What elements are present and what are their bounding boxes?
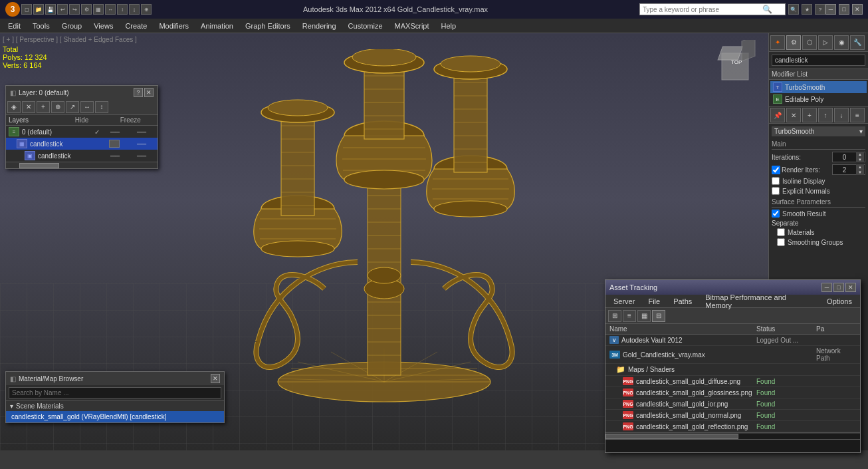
- search-bar[interactable]: 🔍: [639, 3, 786, 15]
- rp-modify-icon[interactable]: ⚙: [786, 35, 801, 50]
- toolbar-more1[interactable]: ▦: [93, 4, 104, 15]
- at-maximize[interactable]: □: [833, 283, 844, 292]
- menu-views[interactable]: Views: [88, 21, 118, 31]
- bookmark-btn[interactable]: ★: [802, 4, 812, 15]
- scene-materials-header[interactable]: ▾ Scene Materials: [6, 401, 224, 411]
- maximize-btn[interactable]: □: [839, 4, 849, 15]
- ts-render-iters-up[interactable]: ▲: [856, 164, 864, 170]
- ts-render-iters-input[interactable]: [833, 166, 856, 174]
- layer-panel-help[interactable]: ?: [134, 88, 143, 97]
- ts-iterations-input[interactable]: [833, 154, 856, 161]
- help-btn[interactable]: ?: [815, 4, 825, 15]
- at-close[interactable]: ✕: [845, 283, 856, 292]
- search-input[interactable]: [643, 6, 762, 13]
- toolbar-new[interactable]: ◻: [21, 4, 32, 15]
- rp-motion-icon[interactable]: ▷: [818, 35, 833, 50]
- cmd-search-input[interactable]: [772, 55, 865, 66]
- ts-smoothing-groups-checkbox[interactable]: [777, 238, 785, 246]
- layer-collapse[interactable]: ↕: [95, 101, 108, 113]
- layer-panel-titlebar[interactable]: ◧ Layer: 0 (default) ? ✕: [6, 86, 158, 99]
- move-up-btn[interactable]: ↑: [818, 108, 833, 122]
- rp-display-icon[interactable]: ◉: [834, 35, 849, 50]
- toolbar-more2[interactable]: ↔: [105, 4, 116, 15]
- menu-modifiers[interactable]: Modifiers: [154, 21, 194, 31]
- layer-add-selection[interactable]: ⊕: [51, 101, 64, 113]
- at-row-vault[interactable]: V Autodesk Vault 2012 Logged Out ...: [605, 335, 860, 346]
- menu-edit[interactable]: Edit: [3, 21, 26, 31]
- rp-hierarchy-icon[interactable]: ⬡: [802, 35, 817, 50]
- toolbar-more4[interactable]: ↨: [129, 4, 140, 15]
- help-search-btn[interactable]: 🔍: [788, 4, 799, 15]
- delete-btn[interactable]: ✕: [786, 108, 801, 122]
- nav-cube[interactable]: TOP: [708, 40, 762, 93]
- toolbar-redo[interactable]: ↪: [69, 4, 80, 15]
- at-row-glossiness[interactable]: PNG candlestick_small_gold_glossiness.pn…: [605, 387, 860, 398]
- at-scrollbar[interactable]: [605, 432, 860, 439]
- ts-render-iters-checkbox[interactable]: [772, 166, 780, 174]
- modifier-editable-poly[interactable]: E Editable Poly: [770, 93, 867, 105]
- ts-render-iters-spinbox[interactable]: ▲ ▼: [832, 164, 865, 175]
- minimize-btn[interactable]: ─: [825, 4, 836, 15]
- layer-scrollbar[interactable]: [6, 162, 158, 168]
- menu-maxscript[interactable]: MAXScript: [389, 21, 435, 31]
- ts-materials-checkbox[interactable]: [777, 228, 785, 236]
- layer-add[interactable]: ✕: [22, 101, 35, 113]
- add-btn[interactable]: +: [802, 108, 817, 122]
- configure-btn[interactable]: ≡: [850, 108, 865, 122]
- at-row-ior[interactable]: PNG candlestick_small_gold_ior.png Found: [605, 398, 860, 410]
- layer-row-default[interactable]: ≡ 0 (default) ✓ ── ──: [6, 126, 158, 138]
- at-menu-file[interactable]: File: [643, 296, 665, 307]
- pin-btn[interactable]: 📌: [770, 108, 785, 122]
- at-row-reflection[interactable]: PNG candlestick_small_gold_reflection.pn…: [605, 421, 860, 432]
- rp-utilities-icon[interactable]: 🔧: [850, 35, 865, 50]
- layer-row-candlestick[interactable]: ▦ candlestick ──: [6, 138, 158, 150]
- at-tb-btn1[interactable]: ⊞: [608, 310, 621, 322]
- at-menu-options[interactable]: Options: [821, 296, 857, 307]
- layer-expand[interactable]: ↔: [80, 101, 94, 113]
- at-row-normal[interactable]: PNG candlestick_small_gold_normal.png Fo…: [605, 410, 860, 421]
- at-minimize[interactable]: ─: [821, 283, 832, 292]
- ts-explicit-checkbox[interactable]: [772, 187, 780, 195]
- ts-render-iters-down[interactable]: ▼: [856, 170, 864, 175]
- at-row-diffuse[interactable]: PNG candlestick_small_gold_diffuse.png F…: [605, 376, 860, 387]
- material-panel-titlebar[interactable]: ◧ Material/Map Browser ✕: [6, 372, 224, 385]
- layer-row-candlestick2[interactable]: ▣ candlestick ── ──: [6, 150, 158, 162]
- toolbar-more3[interactable]: ↕: [117, 4, 128, 15]
- at-row-maps[interactable]: 📁 Maps / Shaders: [605, 364, 860, 376]
- menu-graph-editors[interactable]: Graph Editors: [240, 21, 296, 31]
- layer-select-objects[interactable]: ↗: [66, 101, 79, 113]
- mat-search-input[interactable]: [9, 387, 221, 398]
- material-panel-close[interactable]: ✕: [211, 374, 220, 383]
- ts-iterations-down[interactable]: ▼: [856, 157, 864, 162]
- menu-help[interactable]: Help: [436, 21, 462, 31]
- layer-delete[interactable]: +: [37, 101, 50, 113]
- at-menu-bitmap[interactable]: Bitmap Performance and Memory: [700, 292, 819, 311]
- ts-isoline-checkbox[interactable]: [772, 177, 780, 185]
- at-tb-btn3[interactable]: ▦: [637, 310, 651, 322]
- toolbar-undo[interactable]: ↩: [57, 4, 68, 15]
- ts-iterations-spinbox[interactable]: ▲ ▼: [832, 152, 865, 162]
- ts-header[interactable]: TurboSmooth ▾: [772, 126, 865, 136]
- ts-iterations-up[interactable]: ▲: [856, 152, 864, 157]
- menu-rendering[interactable]: Rendering: [297, 21, 342, 31]
- layer-scrollbar-thumb[interactable]: [19, 163, 59, 168]
- layer-set-current[interactable]: ◈: [7, 101, 21, 113]
- at-menu-paths[interactable]: Paths: [668, 296, 697, 307]
- layer-panel-close[interactable]: ✕: [144, 88, 154, 97]
- modifier-turbosmooth[interactable]: T TurboSmooth: [770, 81, 867, 93]
- at-tb-btn2[interactable]: ≡: [623, 310, 636, 322]
- at-row-max[interactable]: 3M Gold_Candlestick_vray.max Network Pat…: [605, 346, 860, 364]
- menu-create[interactable]: Create: [120, 21, 152, 31]
- at-menu-server[interactable]: Server: [608, 296, 640, 307]
- toolbar-more5[interactable]: ⊕: [141, 4, 152, 15]
- ts-smooth-result-checkbox[interactable]: [772, 210, 780, 218]
- mat-item-candlestick[interactable]: candlestick_small_gold (VRayBlendMtl) [c…: [6, 411, 224, 422]
- menu-animation[interactable]: Animation: [195, 21, 239, 31]
- toolbar-options[interactable]: ⚙: [81, 4, 92, 15]
- close-btn[interactable]: ✕: [852, 4, 863, 15]
- toolbar-save[interactable]: 💾: [45, 4, 56, 15]
- at-scrollbar-thumb[interactable]: [605, 434, 738, 439]
- rp-create-icon[interactable]: ✦: [770, 35, 785, 50]
- at-tb-btn4[interactable]: ⊟: [652, 310, 665, 322]
- menu-tools[interactable]: Tools: [27, 21, 55, 31]
